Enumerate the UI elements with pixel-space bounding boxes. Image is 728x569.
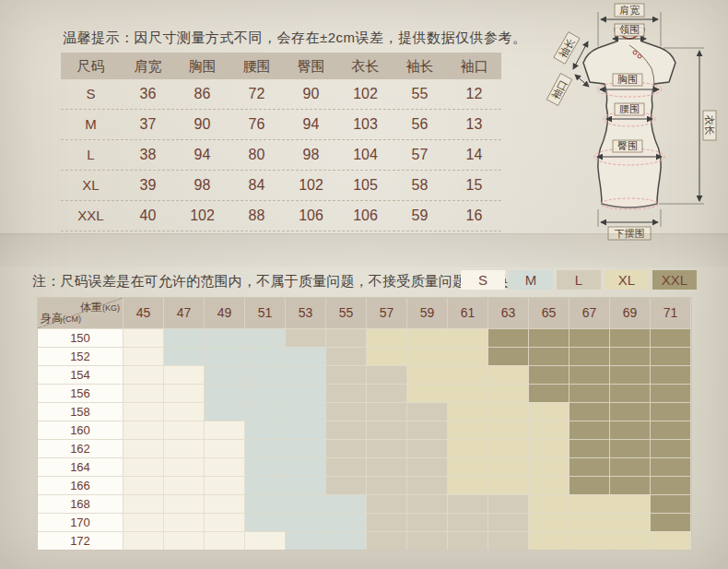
height-value: 162: [38, 439, 123, 457]
fit-table-row: 170: [38, 513, 691, 531]
fit-table-row: 166: [38, 476, 691, 494]
measurement-value: 56: [393, 110, 447, 139]
fit-cell-s: [205, 476, 245, 494]
measurement-value: 39: [121, 171, 175, 200]
fit-cell-m: [205, 347, 245, 365]
notice-text: 温馨提示：因尺寸测量方式不同，会存在±2cm误差，提供数据仅供参考。: [63, 30, 527, 47]
fit-cell-xxl: [651, 421, 691, 439]
height-value: 158: [38, 402, 123, 421]
fit-cell-m: [245, 384, 286, 402]
weight-header-cell: 53: [286, 298, 326, 328]
fit-cell-xl: [448, 347, 488, 365]
size-table-header-cell: 衣长: [338, 53, 393, 79]
fit-cell-xxl: [569, 328, 610, 347]
measurement-value: 72: [229, 79, 284, 109]
sleeve-length-label: 袖长: [554, 32, 580, 65]
fit-cell-xl: [488, 365, 529, 384]
size-chart-page: 温馨提示：因尺寸测量方式不同，会存在±2cm误差，提供数据仅供参考。 尺码肩宽胸…: [0, 0, 728, 569]
fit-cell-m: [245, 457, 286, 476]
fit-cell-s: [164, 457, 205, 476]
weight-axis-label: 体重(KG): [80, 300, 120, 315]
fit-cell-l: [367, 513, 407, 531]
measurement-value: 58: [393, 171, 447, 200]
fit-cell-l: [326, 384, 367, 402]
fit-cell-xxl: [651, 384, 691, 402]
fit-cell-xxl: [610, 476, 651, 494]
svg-text:肩宽: 肩宽: [619, 5, 640, 16]
fit-cell-xl: [488, 421, 529, 439]
fit-cell-l: [448, 494, 488, 513]
fit-cell-l: [407, 513, 448, 531]
measurement-value: 94: [284, 110, 338, 139]
fit-cell-xxl: [569, 365, 610, 384]
fit-cell-l: [448, 531, 488, 550]
fit-cell-xl: [569, 494, 610, 513]
fit-cell-m: [286, 457, 326, 476]
weight-header-cell: 51: [245, 298, 286, 328]
fit-cell-l: [326, 439, 367, 457]
fit-cell-m: [326, 513, 367, 531]
fit-cell-s: [164, 494, 205, 513]
fit-cell-m: [245, 402, 286, 421]
fit-cell-l: [367, 365, 407, 384]
svg-text:臀围: 臀围: [617, 140, 638, 151]
fit-cell-xxl: [529, 347, 569, 365]
fit-cell-m: [164, 347, 205, 365]
measurement-value: 98: [175, 171, 229, 200]
fit-cell-xxl: [651, 439, 691, 457]
fit-cell-s: [123, 439, 164, 457]
hem-ticks: [598, 209, 661, 227]
weight-header-cell: 71: [651, 298, 691, 328]
fit-cell-l: [367, 402, 407, 421]
fit-table-body: 150152154156158160162164166168170172: [38, 328, 691, 550]
weight-header-cell: 55: [326, 298, 367, 328]
cuff-label: 袖口: [546, 74, 571, 106]
measurement-value: 86: [175, 79, 229, 109]
fit-cell-xl: [367, 347, 407, 365]
fit-cell-m: [286, 365, 326, 384]
fit-cell-xl: [488, 439, 529, 457]
fit-cell-xl: [529, 421, 569, 439]
fit-cell-l: [326, 402, 367, 421]
measurement-value: 80: [229, 140, 284, 170]
fit-cell-xxl: [610, 384, 651, 402]
measurement-value: 102: [338, 79, 393, 109]
svg-text:衣长: 衣长: [704, 115, 715, 136]
fit-cell-s: [164, 439, 205, 457]
fit-cell-s: [123, 513, 164, 531]
fit-cell-m: [286, 494, 326, 513]
cuff-dim: [575, 75, 589, 87]
fit-cell-xxl: [610, 328, 651, 347]
fit-cell-m: [245, 421, 286, 439]
fit-cell-s: [164, 513, 205, 531]
fit-cell-xl: [529, 531, 569, 550]
fit-cell-m: [205, 328, 245, 347]
fit-cell-l: [448, 513, 488, 531]
height-value: 150: [38, 328, 123, 347]
fit-cell-xxl: [651, 402, 691, 421]
fit-cell-xxl: [610, 457, 651, 476]
weight-header-cell: 49: [205, 298, 245, 328]
size-table-header-cell: 袖口: [447, 53, 501, 79]
fit-table-header-row: 体重(KG) 身高(CM) 45474951535557596163656769…: [38, 298, 691, 328]
fit-cell-xl: [407, 384, 448, 402]
fit-cell-xxl: [610, 402, 651, 421]
size-table-row: XXL40102881061065916: [61, 201, 501, 231]
fit-cell-s: [205, 494, 245, 513]
fit-cell-s: [123, 457, 164, 476]
fit-cell-xxl: [651, 365, 691, 384]
fit-cell-l: [488, 513, 529, 531]
height-value: 170: [38, 513, 123, 531]
fit-cell-s: [205, 439, 245, 457]
fit-cell-s: [245, 531, 286, 550]
fit-cell-s: [123, 421, 164, 439]
measurement-value: 37: [121, 110, 175, 139]
fit-cell-l: [326, 421, 367, 439]
size-table-header-row: 尺码肩宽胸围腰围臀围衣长袖长袖口: [61, 53, 501, 79]
fit-cell-s: [164, 365, 205, 384]
fit-cell-m: [326, 494, 367, 513]
fit-cell-l: [407, 494, 448, 513]
collar-label: 领围: [615, 24, 644, 36]
fit-cell-xl: [488, 402, 529, 421]
fit-cell-s: [164, 384, 205, 402]
